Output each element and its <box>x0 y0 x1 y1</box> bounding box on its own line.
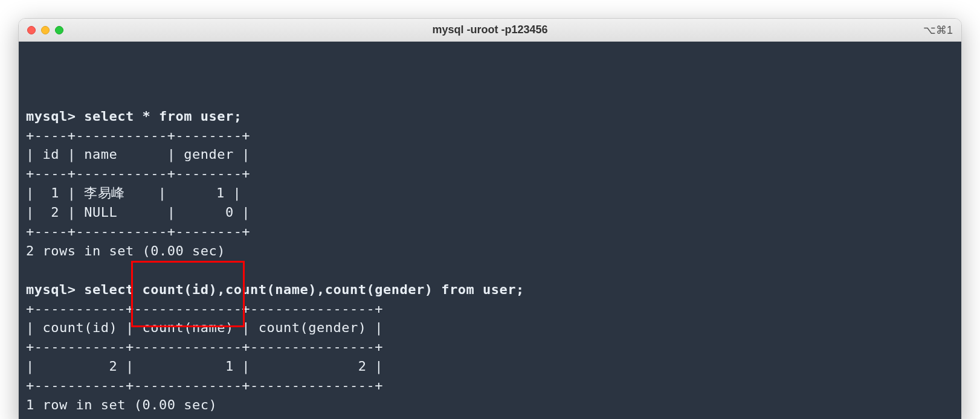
titlebar: mysql -uroot -p123456 ⌥⌘1 <box>19 19 961 42</box>
traffic-lights <box>27 26 63 34</box>
terminal-line: +----+-----------+--------+ <box>26 126 954 146</box>
terminal-line: mysql> select count(id),count(name),coun… <box>26 280 954 299</box>
close-icon[interactable] <box>27 26 36 34</box>
terminal-line: 2 rows in set (0.00 sec) <box>26 241 954 261</box>
terminal-line: +-----------+-------------+-------------… <box>26 376 954 395</box>
terminal-line: | 1 | 李易峰 | 1 | <box>26 184 954 203</box>
terminal-window: mysql -uroot -p123456 ⌥⌘1 mysql> select … <box>18 18 962 419</box>
terminal-line: +----+-----------+--------+ <box>26 222 954 241</box>
terminal-line: +-----------+-------------+-------------… <box>26 337 954 357</box>
minimize-icon[interactable] <box>41 26 50 34</box>
maximize-icon[interactable] <box>55 26 63 34</box>
terminal-line: +----+-----------+--------+ <box>26 164 954 184</box>
terminal-line: | count(id) | count(name) | count(gender… <box>26 318 954 337</box>
terminal-line: 1 row in set (0.00 sec) <box>26 395 954 415</box>
window-shortcut: ⌥⌘1 <box>923 24 953 37</box>
window-title: mysql -uroot -p123456 <box>432 24 547 36</box>
terminal-line: | 2 | 1 | 2 | <box>26 357 954 376</box>
terminal-line: +-----------+-------------+-------------… <box>26 299 954 319</box>
terminal-line: | 2 | NULL | 0 | <box>26 203 954 222</box>
terminal-line <box>26 261 954 280</box>
terminal-line: mysql> select * from user; <box>26 107 954 126</box>
terminal-line: | id | name | gender | <box>26 145 954 164</box>
terminal-body[interactable]: mysql> select * from user;+----+--------… <box>19 42 961 419</box>
